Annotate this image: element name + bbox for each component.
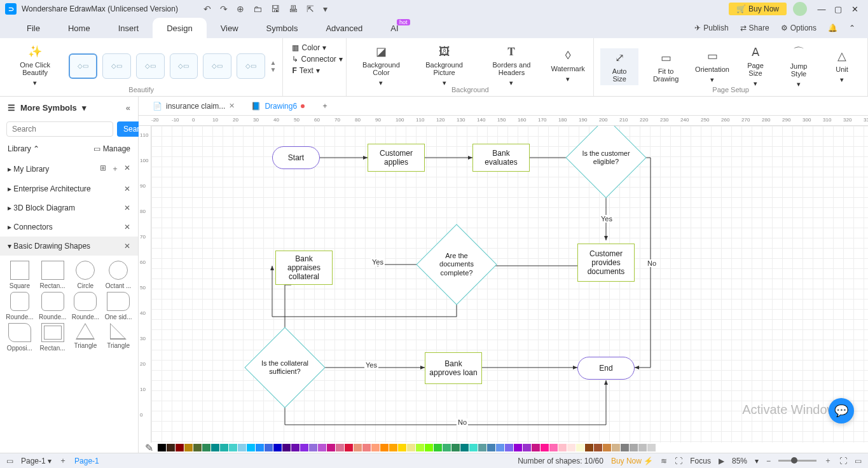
user-avatar[interactable] — [793, 2, 807, 16]
cat-enterprise-arch[interactable]: ▸ Enterprise Architecture✕ — [0, 179, 138, 198]
color-swatch[interactable] — [273, 444, 282, 451]
color-swatch[interactable] — [371, 444, 380, 451]
presentation-icon[interactable]: ▶ — [719, 457, 724, 465]
color-swatch[interactable] — [318, 444, 326, 451]
page-size-button[interactable]: 𝖠Page Size ▾ — [736, 43, 775, 90]
color-swatch[interactable] — [487, 444, 495, 451]
color-swatch[interactable] — [265, 444, 273, 451]
color-swatch[interactable] — [425, 444, 433, 451]
zoom-out-button[interactable]: − — [766, 457, 771, 465]
node-is-eligible[interactable]: Is the customer eligible? — [577, 129, 635, 186]
theme-tile-1[interactable]: ◇▭ — [69, 53, 97, 79]
color-swatch[interactable] — [523, 444, 531, 451]
color-swatch[interactable] — [638, 444, 647, 451]
color-swatch[interactable] — [630, 444, 638, 451]
background-color-button[interactable]: ◪Background Color ▾ — [353, 42, 409, 90]
menu-ai[interactable]: AIhot — [376, 18, 412, 38]
open-icon[interactable]: 🗀 — [253, 4, 262, 14]
color-swatch[interactable] — [549, 444, 558, 451]
color-swatch[interactable] — [505, 444, 513, 451]
shape-rounded-3[interactable]: Rounde... — [70, 292, 102, 320]
color-swatch[interactable] — [193, 444, 202, 451]
color-swatch[interactable] — [576, 444, 584, 451]
color-swatch[interactable] — [282, 444, 291, 451]
focus-label[interactable]: Focus — [690, 457, 711, 465]
fit-width-icon[interactable]: ▭ — [855, 457, 862, 465]
color-swatch[interactable] — [176, 444, 184, 451]
shape-triangle-2[interactable]: Triangle — [102, 323, 134, 352]
theme-tile-4[interactable]: ◇▭ — [170, 53, 198, 79]
color-swatch[interactable] — [416, 444, 424, 451]
cat-my-library[interactable]: ▸ My Library⊞＋✕ — [0, 158, 138, 179]
add-page-button[interactable]: ＋ — [59, 455, 67, 466]
menu-insert[interactable]: Insert — [104, 18, 153, 38]
color-swatch[interactable] — [229, 444, 237, 451]
color-swatch[interactable] — [451, 444, 460, 451]
cat-basic-shapes[interactable]: ▾ Basic Drawing Shapes✕ — [0, 237, 138, 256]
unit-button[interactable]: △Unit ▾ — [823, 46, 861, 86]
cat-3d-block[interactable]: ▸ 3D Block Diagram✕ — [0, 198, 138, 217]
theme-tile-3[interactable]: ◇▭ — [136, 53, 165, 79]
color-swatch[interactable] — [327, 444, 335, 451]
zoom-in-button[interactable]: ＋ — [824, 455, 832, 466]
fullscreen-icon[interactable]: ⛶ — [675, 457, 682, 465]
tab-drawing6[interactable]: 📘 Drawing6 — [244, 99, 312, 113]
fit-to-drawing-button[interactable]: ▭Fit to Drawing — [644, 48, 688, 85]
buy-now-status[interactable]: Buy Now ⚡ — [611, 457, 653, 465]
color-swatch[interactable] — [380, 444, 389, 451]
color-swatch[interactable] — [585, 444, 593, 451]
color-swatch[interactable] — [621, 444, 629, 451]
node-end[interactable]: End — [577, 357, 635, 380]
color-swatch[interactable] — [443, 444, 451, 451]
layers-icon[interactable]: ≋ — [661, 457, 667, 465]
node-appraises[interactable]: Bank appraises collateral — [275, 251, 333, 285]
manage-library-button[interactable]: ▭ Manage — [93, 144, 130, 153]
connector-button[interactable]: ↳ Connector ▾ — [289, 53, 340, 65]
color-swatch[interactable] — [647, 444, 656, 451]
color-swatch[interactable] — [514, 444, 522, 451]
color-swatch[interactable] — [603, 444, 611, 451]
add-tab-button[interactable]: ＋ — [313, 98, 336, 114]
color-swatch[interactable] — [291, 444, 300, 451]
notification-icon[interactable]: 🔔 — [828, 24, 837, 32]
options-button[interactable]: ⚙ Options — [781, 24, 816, 32]
menu-advanced[interactable]: Advanced — [312, 18, 376, 38]
color-swatch[interactable] — [158, 444, 166, 451]
shape-rectangle[interactable]: Rectan... — [37, 261, 69, 289]
shape-one-side[interactable]: One sid... — [102, 292, 134, 320]
color-swatch[interactable] — [407, 444, 415, 451]
node-bank-evaluates[interactable]: Bank evaluates — [472, 144, 530, 172]
shape-circle[interactable]: Circle — [70, 261, 102, 289]
shape-triangle-1[interactable]: Triangle — [70, 323, 102, 352]
menu-file[interactable]: File — [13, 18, 54, 38]
shape-rounded-2[interactable]: Rounde... — [37, 292, 69, 320]
theme-tile-6[interactable]: ◇▭ — [237, 53, 265, 79]
publish-button[interactable]: ✈ Publish — [694, 24, 728, 32]
shape-rounded-1[interactable]: Rounde... — [4, 292, 36, 320]
color-swatch[interactable] — [184, 444, 193, 451]
color-swatch[interactable] — [167, 444, 175, 451]
node-customer-applies[interactable]: Customer applies — [368, 144, 425, 172]
color-swatch[interactable] — [567, 444, 575, 451]
menu-design[interactable]: Design — [153, 18, 206, 38]
color-swatch[interactable] — [594, 444, 602, 451]
close-tab-icon[interactable]: ✕ — [229, 102, 235, 110]
color-swatch[interactable] — [211, 444, 219, 451]
color-swatch[interactable] — [389, 444, 397, 451]
color-swatch[interactable] — [309, 444, 317, 451]
theme-scroll-icon[interactable]: ▲▼ — [270, 59, 277, 73]
redo-icon[interactable]: ↷ — [220, 4, 228, 14]
color-swatch[interactable] — [345, 444, 353, 451]
color-swatch[interactable] — [398, 444, 406, 451]
shape-square[interactable]: Square — [4, 261, 36, 289]
chat-help-button[interactable]: 💬 — [829, 398, 854, 423]
shape-rectangle-2[interactable]: Rectan... — [37, 323, 69, 352]
background-picture-button[interactable]: 🖼Background Picture ▾ — [414, 43, 474, 90]
color-swatch[interactable] — [460, 444, 469, 451]
tab-insurance-claim[interactable]: 📄 insurance claim... ✕ — [145, 99, 242, 113]
save-icon[interactable]: 🖫 — [271, 4, 280, 14]
color-swatch[interactable] — [336, 444, 344, 451]
page-tab-1[interactable]: Page-1 — [67, 457, 107, 465]
page-selector[interactable]: Page-1 ▾ — [21, 457, 52, 465]
undo-icon[interactable]: ↶ — [203, 4, 211, 14]
